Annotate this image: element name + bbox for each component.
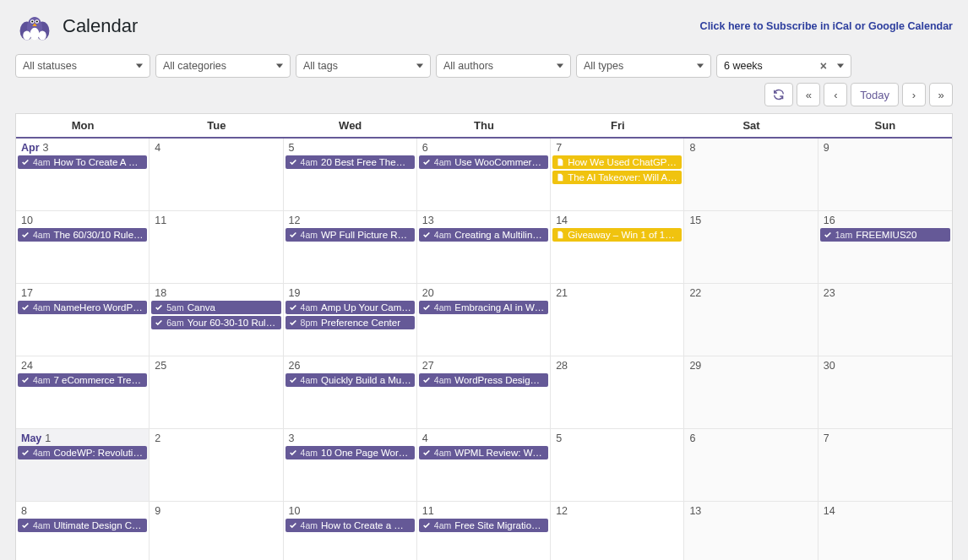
weekday-header: Thu bbox=[417, 114, 551, 137]
calendar-day[interactable]: 161amFREEMIUS20 bbox=[818, 211, 952, 284]
calendar-day[interactable]: 4 bbox=[150, 139, 283, 211]
calendar-day[interactable]: 29 bbox=[684, 356, 818, 429]
calendar-day[interactable]: 22 bbox=[684, 284, 818, 356]
calendar-day[interactable]: 44amWPML Review: WordP... bbox=[417, 429, 551, 502]
calendar-event[interactable]: 4amEmbracing AI in Web ... bbox=[419, 301, 548, 314]
calendar-day[interactable]: 124amWP Full Picture Revie... bbox=[284, 211, 417, 284]
calendar-event[interactable]: 4am7 eCommerce Trends ... bbox=[18, 373, 147, 387]
calendar-event[interactable]: How We Used ChatGPT to... bbox=[552, 155, 682, 169]
calendar-event[interactable]: 4am10 One Page WordPre... bbox=[286, 446, 415, 459]
calendar-day[interactable]: 104amThe 60/30/10 Rule Ma... bbox=[16, 211, 150, 284]
calendar-day[interactable]: 5 bbox=[551, 429, 684, 502]
calendar-day[interactable]: 28 bbox=[551, 356, 684, 429]
refresh-button[interactable] bbox=[764, 83, 793, 106]
calendar-day[interactable]: 9 bbox=[818, 139, 952, 211]
filter-type-label: All types bbox=[584, 60, 623, 72]
calendar-day[interactable]: 7How We Used ChatGPT to...The AI Takeove… bbox=[551, 139, 684, 211]
calendar-event[interactable]: 4amHow to Create a Multil... bbox=[286, 519, 415, 532]
calendar-day[interactable]: 84amUltimate Design Contr... bbox=[16, 502, 150, 560]
event-title: Embracing AI in Web ... bbox=[454, 302, 545, 313]
calendar-event[interactable]: 4amCodeWP: Revolutioniz... bbox=[18, 446, 147, 459]
calendar-day[interactable]: 274amWordPress Designer ... bbox=[417, 356, 551, 429]
calendar-day[interactable]: 23 bbox=[818, 284, 952, 356]
event-time: 4am bbox=[33, 520, 50, 530]
calendar-day[interactable]: 6 bbox=[684, 429, 818, 502]
calendar-day[interactable]: Apr34amHow To Create A Woo... bbox=[16, 139, 150, 211]
filter-category[interactable]: All categories bbox=[155, 54, 291, 78]
filter-type[interactable]: All types bbox=[576, 54, 711, 78]
calendar-day[interactable]: 104amHow to Create a Multil... bbox=[284, 502, 417, 560]
calendar-event[interactable]: 4amCreating a Multilingua... bbox=[419, 228, 548, 242]
chevron-down-icon bbox=[557, 64, 563, 68]
day-number: 10 bbox=[284, 502, 416, 519]
calendar-day[interactable]: 194amAmp Up Your Campai...8pmPreference … bbox=[284, 284, 417, 356]
event-time: 6am bbox=[166, 318, 183, 328]
calendar-event[interactable]: 4amNameHero WordPress... bbox=[18, 301, 147, 314]
calendar-event[interactable]: 4am20 Best Free Themes ... bbox=[286, 155, 415, 169]
calendar-event[interactable]: 8pmPreference Center bbox=[286, 316, 415, 329]
calendar-event[interactable]: 4amAmp Up Your Campai... bbox=[286, 301, 415, 314]
calendar-event[interactable]: 4amHow To Create A Woo... bbox=[18, 155, 147, 169]
calendar-event[interactable]: 4amFree Site Migrations t... bbox=[419, 519, 548, 532]
svg-point-8 bbox=[31, 20, 33, 22]
calendar-event[interactable]: 4amWPML Review: WordP... bbox=[419, 446, 548, 459]
event-title: Creating a Multilingua... bbox=[454, 230, 545, 240]
event-title: Ultimate Design Contr... bbox=[53, 520, 144, 530]
event-title: WP Full Picture Revie... bbox=[321, 230, 411, 240]
nav-first-button[interactable]: « bbox=[797, 83, 820, 106]
calendar-day[interactable]: 8 bbox=[684, 139, 818, 211]
event-title: NameHero WordPress... bbox=[53, 302, 144, 313]
calendar-day[interactable]: 30 bbox=[818, 356, 952, 429]
calendar-day[interactable]: 64amUse WooCommerce t... bbox=[417, 139, 551, 211]
calendar-day[interactable]: 244am7 eCommerce Trends ... bbox=[16, 356, 150, 429]
day-number: 6 bbox=[417, 139, 550, 155]
calendar-day[interactable]: 14 bbox=[818, 502, 952, 560]
day-number: 14 bbox=[818, 502, 952, 519]
calendar-day[interactable]: 21 bbox=[551, 284, 684, 356]
calendar-event[interactable]: 1amFREEMIUS20 bbox=[820, 228, 950, 242]
nav-next-button[interactable]: › bbox=[902, 83, 926, 106]
filter-status[interactable]: All statuses bbox=[15, 54, 150, 78]
calendar-event[interactable]: 4amQuickly Build a Multili... bbox=[286, 373, 415, 387]
calendar-day[interactable]: 14Giveaway – Win 1 of 10 O... bbox=[551, 211, 684, 284]
filter-tag[interactable]: All tags bbox=[296, 54, 431, 78]
calendar-day[interactable]: 13 bbox=[684, 502, 818, 560]
calendar-day[interactable]: 11 bbox=[150, 211, 283, 284]
calendar-event[interactable]: 4amUse WooCommerce t... bbox=[419, 155, 548, 169]
calendar-day[interactable]: 264amQuickly Build a Multili... bbox=[284, 356, 417, 429]
calendar-event[interactable]: 4amThe 60/30/10 Rule Ma... bbox=[18, 228, 147, 242]
refresh-icon bbox=[772, 88, 786, 101]
calendar-day[interactable]: 54am20 Best Free Themes ... bbox=[284, 139, 417, 211]
calendar-event[interactable]: 5amCanva bbox=[151, 301, 280, 314]
calendar-event[interactable]: 6amYour 60-30-10 Rule G... bbox=[151, 316, 280, 329]
event-title: WPML Review: WordP... bbox=[454, 448, 545, 458]
calendar-day[interactable]: 204amEmbracing AI in Web ... bbox=[417, 284, 551, 356]
calendar-day[interactable]: 174amNameHero WordPress... bbox=[16, 284, 150, 356]
calendar-day[interactable]: 134amCreating a Multilingua... bbox=[417, 211, 551, 284]
nav-today-button[interactable]: Today bbox=[851, 83, 899, 106]
calendar-event[interactable]: The AI Takeover: Will Artif... bbox=[552, 171, 682, 184]
calendar-day[interactable]: 12 bbox=[551, 502, 684, 560]
calendar-event[interactable]: 4amWordPress Designer ... bbox=[419, 373, 548, 387]
calendar-event[interactable]: 4amUltimate Design Contr... bbox=[18, 519, 147, 532]
filter-range[interactable]: 6 weeks× bbox=[716, 54, 851, 78]
event-title: 10 One Page WordPre... bbox=[321, 448, 411, 458]
filter-author[interactable]: All authors bbox=[436, 54, 571, 78]
calendar-day[interactable]: 34am10 One Page WordPre... bbox=[284, 429, 417, 502]
nav-last-button[interactable]: » bbox=[929, 83, 953, 106]
nav-prev-button[interactable]: ‹ bbox=[824, 83, 847, 106]
calendar-event[interactable]: Giveaway – Win 1 of 10 O... bbox=[552, 228, 682, 242]
calendar-day[interactable]: 185amCanva6amYour 60-30-10 Rule G... bbox=[150, 284, 283, 356]
subscribe-link[interactable]: Click here to Subscribe in iCal or Googl… bbox=[700, 20, 953, 32]
calendar-day[interactable]: May14amCodeWP: Revolutioniz... bbox=[16, 429, 150, 502]
event-title: Preference Center bbox=[321, 318, 400, 328]
weekday-header: Sun bbox=[818, 114, 952, 137]
calendar-day[interactable]: 114amFree Site Migrations t... bbox=[417, 502, 551, 560]
calendar-day[interactable]: 2 bbox=[150, 429, 283, 502]
calendar-day[interactable]: 7 bbox=[818, 429, 952, 502]
calendar-day[interactable]: 15 bbox=[684, 211, 818, 284]
calendar-day[interactable]: 9 bbox=[150, 502, 283, 560]
calendar-day[interactable]: 25 bbox=[150, 356, 283, 429]
clear-icon[interactable]: × bbox=[820, 59, 827, 73]
calendar-event[interactable]: 4amWP Full Picture Revie... bbox=[286, 228, 415, 242]
